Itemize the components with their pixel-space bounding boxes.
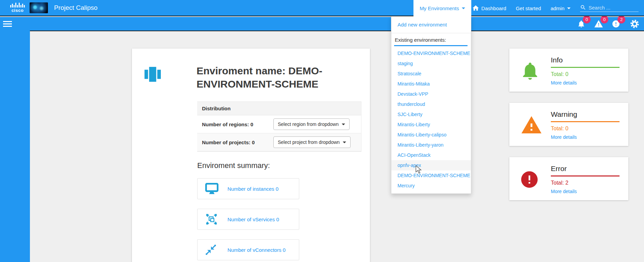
info-card-text: Info Total: 0 More details (551, 56, 620, 86)
chevron-down-icon (462, 7, 465, 9)
nav-item-dashboard[interactable]: Dashboard (472, 4, 506, 12)
error-card: Error Total: 2 More details (509, 157, 628, 200)
env-item-mercury[interactable]: Mercury (391, 181, 471, 191)
instances-count-link[interactable]: Number of instances 0 (227, 186, 278, 192)
collapsed-sidebar (0, 31, 30, 262)
chevron-down-icon (567, 7, 571, 9)
error-card-text: Error Total: 2 More details (551, 165, 620, 194)
warning-card: Warning Total: 0 More details (509, 103, 628, 146)
env-item-demo-environment-scheme-2[interactable]: DEMO-ENVIRONMENT-SCHEME (391, 170, 471, 181)
warning-triangle-icon (520, 110, 551, 140)
add-new-environment-link[interactable]: Add new environment (391, 16, 471, 32)
env-item-opnfv-apex[interactable]: opnfv-apex (391, 160, 471, 170)
cisco-bars-icon (10, 3, 25, 7)
nav-item-admin-label: admin (550, 5, 564, 11)
select-project-dropdown-button[interactable]: Select project from dropdown (273, 136, 351, 148)
nav-item-get-started-label: Get started (516, 5, 541, 11)
settings-gear-icon[interactable] (630, 19, 639, 29)
error-more-details-link[interactable]: More details (551, 189, 620, 194)
search-box (580, 4, 639, 12)
select-region-dropdown-button[interactable]: Select region from dropdown (273, 118, 350, 130)
monitor-icon (205, 183, 219, 194)
environment-name-title: Enviroment name: DEMO-ENVIRONMENT-SCHEME (197, 64, 343, 91)
app-title: Project Calipso (54, 4, 98, 12)
vservices-count-link[interactable]: Number of vServices 0 (227, 217, 279, 222)
top-navbar: cisco Project Calipso Dashboard Get star… (0, 0, 644, 16)
toolbar-right: 0 0 2 (574, 19, 644, 29)
cisco-wordmark: cisco (12, 8, 24, 13)
summary-card-instances: Number of instances 0 (197, 178, 299, 199)
distribution-row-projects: Number of projects: 0 Select project fro… (197, 133, 361, 151)
info-title: Info (551, 56, 620, 68)
env-item-mirantis-liberty-calipso[interactable]: Mirantis-Liberty-calipso (391, 130, 471, 140)
distribution-table: Distribution Number of regions: 0 Select… (197, 101, 361, 152)
page: cisco Project Calipso Dashboard Get star… (0, 0, 644, 262)
project-thumbnail-image (30, 2, 48, 13)
error-total: Total: 2 (551, 180, 620, 186)
warning-card-text: Warning Total: 0 More details (551, 110, 620, 140)
error-title: Error (551, 165, 620, 176)
navbar-right: Dashboard Get started admin (472, 0, 644, 16)
environment-card-body: Distribution Number of regions: 0 Select… (197, 101, 361, 262)
toolbar: 0 0 2 (0, 17, 644, 31)
distribution-header: Distribution (197, 102, 361, 115)
env-item-stratoscale[interactable]: Stratoscale (391, 69, 471, 79)
env-item-aci-openstack[interactable]: ACI-OpenStack (391, 150, 471, 160)
distribution-row-regions: Number of regions: 0 Select region from … (197, 115, 361, 133)
search-icon (580, 4, 586, 11)
status-column: Info Total: 0 More details Warning Total… (509, 49, 628, 211)
bell-badge: 0 (583, 16, 591, 23)
chevron-down-icon (342, 124, 345, 125)
nav-item-dashboard-label: Dashboard (481, 5, 506, 11)
env-item-thundercloud[interactable]: thundercloud (391, 99, 471, 109)
env-item-mirantis-mitaka[interactable]: Mirantis-Mitaka (391, 79, 471, 89)
env-item-sjc-liberty[interactable]: SJC-Liberty (391, 109, 471, 119)
vconnectors-count-link[interactable]: Number of vConnectors 0 (227, 247, 286, 253)
nav-item-admin[interactable]: admin (550, 5, 571, 11)
environment-card-header: Enviroment name: DEMO-ENVIRONMENT-SCHEME (132, 49, 370, 93)
nav-item-my-environments-label: My Environments (420, 5, 459, 11)
content-area: Enviroment name: DEMO-ENVIRONMENT-SCHEME… (30, 31, 644, 262)
environment-card: Enviroment name: DEMO-ENVIRONMENT-SCHEME… (132, 49, 370, 262)
nav-item-my-environments[interactable]: My Environments (413, 0, 471, 16)
dropdown-divider (391, 33, 471, 33)
my-environments-dropdown: Add new environment Existing environment… (391, 16, 471, 194)
error-badge: 2 (617, 16, 625, 23)
env-item-staging[interactable]: staging (391, 58, 471, 69)
info-total: Total: 0 (551, 71, 620, 77)
environment-icon (145, 67, 161, 82)
env-item-mirantis-liberty-yaron[interactable]: Mirantis-Liberty-yaron (391, 140, 471, 150)
bell-icon (520, 56, 551, 86)
nav-item-get-started[interactable]: Get started (516, 5, 541, 11)
warning-more-details-link[interactable]: More details (551, 134, 620, 140)
home-icon (472, 4, 479, 12)
warning-title: Warning (551, 110, 620, 122)
existing-environments-header: Existing environments: (391, 35, 471, 45)
search-input[interactable] (589, 5, 639, 11)
vconnectors-icon (205, 244, 219, 256)
brand-zone: cisco Project Calipso (0, 2, 98, 13)
warning-badge: 0 (600, 16, 608, 23)
projects-count-label: Number of projects: 0 (202, 139, 273, 145)
hamburger-menu-icon[interactable] (3, 20, 12, 28)
regions-count-label: Number of regions: 0 (202, 121, 273, 127)
chevron-down-icon (343, 142, 346, 143)
environment-summary-heading: Enviroment summary: (197, 161, 361, 170)
dropdown-underline (394, 45, 468, 46)
warning-total: Total: 0 (551, 126, 620, 132)
info-card: Info Total: 0 More details (509, 49, 628, 92)
error-circle-icon (520, 165, 551, 194)
info-more-details-link[interactable]: More details (551, 80, 620, 86)
cisco-logo-icon: cisco (10, 3, 25, 13)
env-item-demo-environment-scheme[interactable]: DEMO-ENVIRONMENT-SCHEME (391, 48, 471, 58)
summary-card-vservices: Number of vServices 0 (197, 209, 299, 230)
summary-card-vconnectors: Number of vConnectors 0 (197, 239, 299, 260)
env-item-mirantis-liberty[interactable]: Mirantis-Liberty (391, 119, 471, 130)
env-item-devstack-vpp[interactable]: Devstack-VPP (391, 89, 471, 99)
vservices-icon (205, 213, 219, 226)
